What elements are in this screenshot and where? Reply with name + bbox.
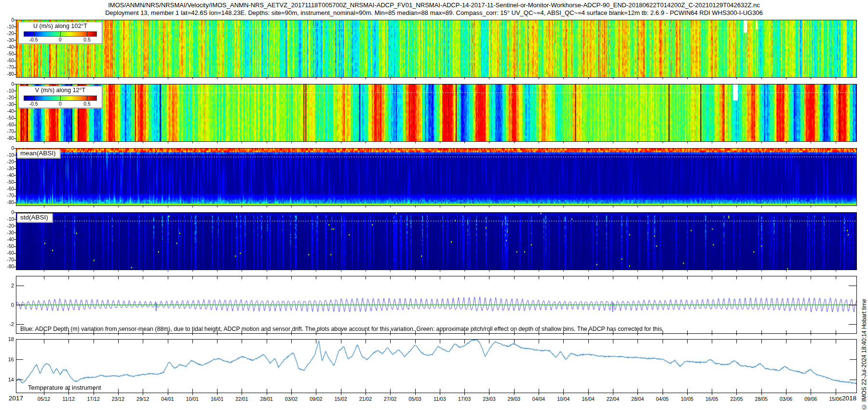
x-tick-mark — [761, 78, 762, 79]
x-tick-mark — [68, 334, 69, 335]
v-colorbar-legend: V (m/s) along 12°T -0.5 0 0.5 — [18, 86, 102, 108]
x-tick-mark — [712, 389, 712, 393]
depth-tick-mark — [14, 97, 16, 98]
x-tick-mark — [168, 393, 168, 395]
x-tick-mark — [143, 270, 143, 272]
x-tick-mark — [712, 340, 712, 343]
x-tick-mark — [687, 78, 688, 79]
x-tick-mark — [836, 334, 836, 335]
x-tick-mark — [712, 330, 712, 333]
x-tick-mark — [118, 389, 119, 393]
x-tick-mark — [563, 142, 564, 143]
x-tick-mark — [712, 206, 712, 207]
depth-tick-label: -30 — [1, 38, 14, 43]
x-tick-mark — [415, 206, 416, 207]
depth-tick-mark — [14, 54, 16, 55]
x-tick-mark — [712, 270, 712, 272]
x-tick-mark — [637, 78, 638, 79]
depth-tick-mark — [14, 203, 16, 203]
x-tick-mark — [811, 78, 811, 79]
depth-tick-label: 0 — [1, 82, 14, 87]
colorbar-tick — [34, 96, 34, 101]
x-tick-mark — [366, 142, 366, 143]
x-tick-mark — [192, 389, 193, 393]
x-tick-mark — [811, 270, 811, 272]
x-tick-mark — [761, 334, 762, 335]
depth-tick-label: -40 — [1, 237, 14, 242]
temperature-tick-label: 18 — [1, 336, 14, 342]
depth-tick-mark — [14, 226, 16, 226]
x-tick-label: 09/06 — [804, 396, 817, 402]
x-tick-mark — [736, 389, 737, 393]
x-tick-mark — [192, 276, 193, 279]
x-tick-mark — [267, 206, 267, 207]
x-tick-mark — [168, 206, 168, 207]
x-tick-mark — [316, 276, 316, 279]
depth-tick-mark — [14, 182, 16, 183]
x-tick-mark — [118, 270, 119, 272]
x-tick-label: 05/03 — [408, 396, 421, 402]
x-tick-mark — [143, 393, 143, 395]
x-tick-mark — [464, 393, 465, 395]
x-tick-label: 21/02 — [359, 396, 372, 402]
depth-var-tick-mark — [849, 305, 856, 305]
temperature-tick-label: 16 — [1, 356, 14, 362]
temperature-tick-mark — [850, 380, 856, 380]
x-tick-mark — [563, 389, 564, 393]
x-tick-mark — [316, 340, 316, 343]
x-tick-mark — [267, 270, 267, 272]
temperature-tick-label: 14 — [1, 377, 14, 383]
x-tick-mark — [836, 206, 836, 207]
x-tick-mark — [68, 78, 69, 79]
x-tick-mark — [514, 389, 515, 393]
u-velocity-heatmap — [16, 20, 856, 77]
x-tick-mark — [539, 393, 539, 395]
x-tick-mark — [94, 206, 94, 207]
depth-tick-label: -10 — [1, 24, 14, 29]
x-tick-mark — [836, 142, 836, 143]
colorbar-label: -0.5 — [29, 37, 38, 42]
x-tick-mark — [464, 334, 465, 335]
imos-watermark: © IMOS 22-Jul-2024 18:40:14 Hobart time — [861, 215, 868, 410]
depth-tick-label: -70 — [1, 257, 14, 262]
x-tick-mark — [613, 276, 613, 279]
depth-tick-mark — [14, 260, 16, 260]
depth-tick-mark — [14, 20, 16, 20]
depth-tick-mark — [14, 239, 16, 240]
x-tick-mark — [267, 340, 267, 343]
x-tick-label: 29/12 — [136, 396, 149, 402]
panel-temperature: Temperature at instrument — [16, 339, 857, 393]
x-tick-label: 04/05 — [656, 396, 668, 402]
x-tick-mark — [563, 276, 564, 279]
x-tick-mark — [440, 270, 440, 272]
x-tick-mark — [687, 142, 688, 143]
x-tick-mark — [563, 78, 564, 79]
x-tick-mark — [539, 340, 539, 343]
x-tick-mark — [588, 334, 589, 335]
x-tick-mark — [267, 389, 267, 393]
depth-tick-mark — [14, 68, 16, 68]
x-tick-mark — [192, 340, 193, 343]
x-tick-mark — [464, 270, 465, 272]
temperature-tick-mark — [16, 339, 23, 340]
x-tick-mark — [366, 334, 366, 335]
x-tick-label: 16/01 — [211, 396, 223, 402]
x-tick-label: 28/01 — [260, 396, 273, 402]
x-tick-mark — [415, 393, 416, 395]
x-tick-mark — [291, 142, 292, 143]
x-tick-mark — [242, 78, 242, 79]
depth-tick-mark — [14, 111, 16, 111]
depth-tick-label: -50 — [1, 115, 14, 121]
x-tick-mark — [489, 206, 489, 207]
figure-title-line2: Deployment 13, member 1 lat=42.6S lon=14… — [0, 9, 868, 16]
x-tick-mark — [192, 393, 193, 395]
depth-tick-mark — [14, 125, 16, 125]
x-tick-mark — [637, 206, 638, 207]
depth-tick-mark — [14, 212, 16, 213]
x-tick-label: 03/06 — [780, 396, 792, 402]
x-tick-mark — [489, 334, 489, 335]
x-tick-mark — [836, 340, 836, 343]
x-tick-mark — [563, 393, 564, 395]
x-tick-mark — [539, 276, 539, 279]
x-tick-mark — [440, 142, 440, 143]
